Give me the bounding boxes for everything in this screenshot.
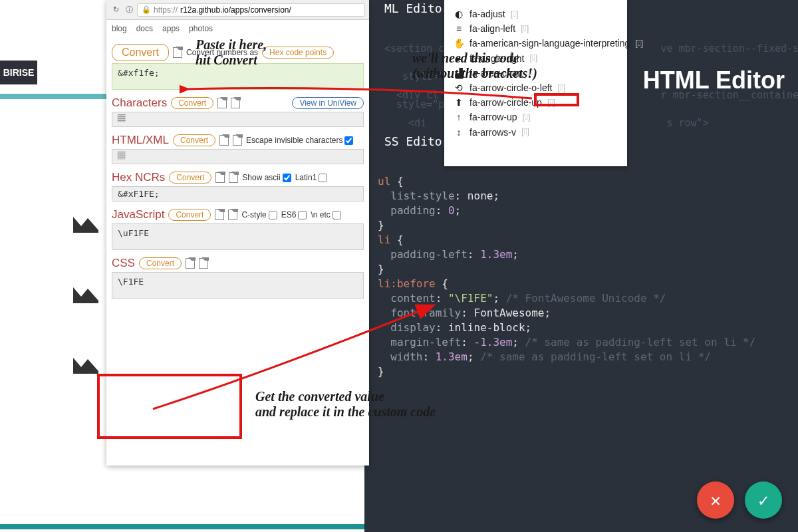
- info-icon[interactable]: ⓘ: [124, 5, 134, 15]
- css-convert-button[interactable]: Convert: [139, 257, 182, 269]
- copy-icon[interactable]: [215, 172, 225, 183]
- fa-icon: ✋: [454, 37, 464, 49]
- reload-icon[interactable]: ↻: [110, 5, 121, 15]
- cstyle-checkbox[interactable]: C-style: [241, 210, 277, 219]
- glyph-placeholder-icon: [118, 152, 126, 160]
- fa-icon: ⟲: [454, 82, 464, 94]
- fa-name: fa-align-left: [469, 23, 515, 35]
- copy-icon[interactable]: [186, 258, 195, 269]
- url-scheme: https://: [154, 5, 178, 15]
- es6-checkbox[interactable]: ES6: [281, 210, 307, 219]
- url-path: r12a.github.io/apps/conversion/: [180, 5, 291, 15]
- show-ascii-checkbox[interactable]: Show ascii: [242, 173, 291, 182]
- convert-button[interactable]: Convert: [112, 44, 169, 61]
- n-etc-checkbox[interactable]: \n etc: [311, 210, 340, 219]
- annotation-paste-here: Paste it here,hit Convert: [196, 37, 267, 68]
- htmlxml-title: HTML/XML: [112, 134, 169, 147]
- fa-code: []: [523, 112, 531, 123]
- annotation-get-value: Get the converted valueand replace it in…: [255, 389, 436, 420]
- copy-icon[interactable]: [217, 98, 227, 108]
- hexncrs-title: Hex NCRs: [112, 171, 165, 184]
- css-code-block[interactable]: ul { list-style: none; padding: 0; } li …: [378, 174, 755, 379]
- highlight-box-css-output: [97, 374, 242, 439]
- fa-icon: ⬆: [454, 96, 464, 108]
- doc-icon[interactable]: [233, 135, 242, 146]
- characters-output[interactable]: [112, 112, 364, 127]
- fa-code: []: [521, 126, 529, 138]
- fontawesome-dropdown: ◐fa-adjust []≡fa-align-left []✋fa-amer…: [444, 0, 627, 166]
- area-chart-icon: [72, 213, 100, 234]
- address-bar: ↻ ⓘ 🔒 https://r12a.github.io/apps/conver…: [106, 0, 369, 20]
- fa-list-item[interactable]: ◐fa-adjust []: [454, 7, 618, 21]
- nav-tab-blog[interactable]: blog: [112, 24, 127, 33]
- fa-code: []: [557, 82, 565, 94]
- fa-code: []: [521, 23, 529, 35]
- fa-icon: ↑: [454, 111, 464, 123]
- escape-invisible-checkbox[interactable]: Escape invisible characters: [246, 136, 353, 145]
- doc-icon[interactable]: [228, 209, 237, 220]
- fa-icon: ◐: [454, 8, 464, 20]
- fa-icon: ≡: [454, 23, 464, 35]
- javascript-title: JavaScript: [112, 208, 164, 221]
- highlight-box-code: [534, 93, 579, 106]
- htmlxml-convert-button[interactable]: Convert: [173, 134, 215, 146]
- css-title: CSS: [112, 257, 135, 270]
- fa-code: []: [511, 9, 519, 20]
- lock-icon: 🔒: [142, 5, 151, 14]
- cancel-button[interactable]: ✕: [697, 481, 734, 519]
- hexncrs-output[interactable]: &#xF1FE;: [112, 186, 364, 201]
- fa-name: fa-arrows-v: [469, 126, 516, 138]
- htmlxml-output[interactable]: [112, 149, 364, 164]
- area-chart-icon: [72, 283, 100, 305]
- characters-convert-button[interactable]: Convert: [171, 97, 213, 109]
- fa-name: fa-arrow-circle-o-left: [469, 82, 552, 94]
- doc-icon[interactable]: [199, 258, 208, 269]
- nav-tab-apps[interactable]: apps: [162, 24, 180, 33]
- url-field[interactable]: 🔒 https://r12a.github.io/apps/conversion…: [137, 3, 365, 17]
- latin1-checkbox[interactable]: Latin1: [295, 173, 328, 182]
- fa-name: fa-arrow-up: [469, 111, 517, 123]
- fa-code: []: [635, 38, 643, 49]
- javascript-output[interactable]: \uF1FE: [112, 223, 364, 250]
- hex-code-points-pill[interactable]: Hex code points: [262, 47, 334, 59]
- fa-list-item[interactable]: ✋fa-american-sign-language-interpreting …: [454, 36, 618, 51]
- fa-name: fa-arrow-circle-up: [469, 96, 542, 108]
- copy-icon[interactable]: [219, 135, 229, 146]
- glyph-placeholder-icon: [118, 114, 126, 122]
- copy-icon[interactable]: [173, 47, 182, 58]
- brand-bar: BIRISE: [0, 61, 37, 84]
- hexncrs-convert-button[interactable]: Convert: [169, 172, 211, 184]
- doc-icon[interactable]: [231, 98, 240, 108]
- area-chart-icon: [72, 354, 100, 375]
- javascript-convert-button[interactable]: Convert: [168, 209, 211, 221]
- fa-icon: ↕: [454, 126, 464, 138]
- copy-icon[interactable]: [215, 209, 224, 220]
- fa-name: fa-adjust: [469, 8, 505, 20]
- fa-list-item[interactable]: ↕fa-arrows-v []: [454, 125, 618, 140]
- fa-name: fa-american-sign-language-interpreting: [469, 37, 630, 49]
- annotation-need-code: we'll need this code(without the bracket…: [412, 51, 537, 81]
- view-in-uniview-button[interactable]: View in UniView: [292, 97, 364, 109]
- nav-tab-docs[interactable]: docs: [136, 24, 153, 33]
- characters-title: Characters: [112, 96, 167, 110]
- site-nav: blogdocsappsphotos: [112, 23, 364, 37]
- fa-list-item[interactable]: ↑fa-arrow-up []: [454, 110, 618, 124]
- confirm-button[interactable]: ✓: [745, 481, 782, 519]
- css-output[interactable]: \F1FE: [112, 272, 364, 299]
- doc-icon[interactable]: [229, 172, 238, 183]
- fa-list-item[interactable]: ≡fa-align-left []: [454, 21, 618, 36]
- nav-tab-photos[interactable]: photos: [189, 24, 213, 33]
